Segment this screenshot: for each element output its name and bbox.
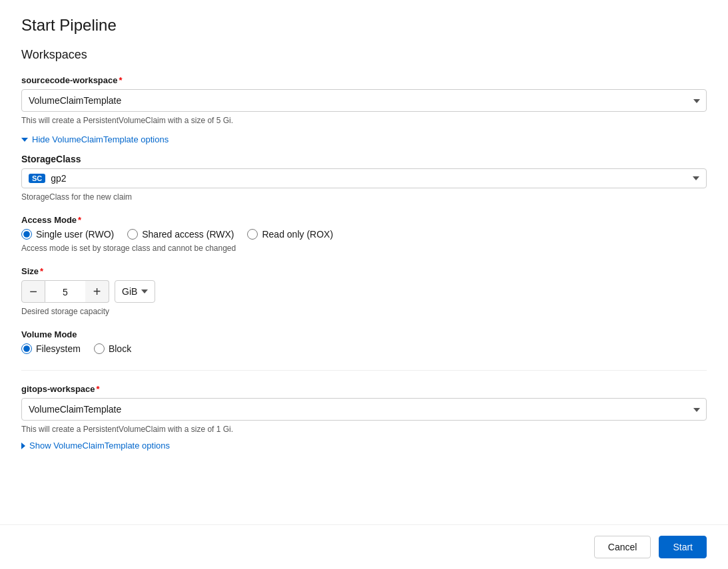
- chevron-down-blue-icon: [21, 138, 28, 142]
- storage-class-label: StorageClass: [21, 154, 707, 164]
- access-mode-rwo-option[interactable]: Single user (RWO): [21, 229, 114, 240]
- access-mode-rwo-radio[interactable]: [21, 229, 32, 240]
- page-title: Start Pipeline: [21, 16, 707, 35]
- gitops-required-indicator: *: [97, 384, 100, 394]
- divider: [21, 370, 707, 371]
- access-mode-rwx-option[interactable]: Shared access (RWX): [127, 229, 234, 240]
- size-unit-select[interactable]: GiB: [115, 280, 155, 303]
- access-mode-rox-option[interactable]: Read only (ROX): [247, 229, 333, 240]
- sourcecode-workspace-section: sourcecode-workspace* VolumeClaimTemplat…: [21, 75, 707, 354]
- gitops-workspace-select-wrapper: VolumeClaimTemplate: [21, 398, 707, 421]
- access-mode-rwx-label: Shared access (RWX): [142, 229, 234, 240]
- start-button[interactable]: Start: [659, 536, 707, 558]
- sourcecode-workspace-select-wrapper: VolumeClaimTemplate: [21, 89, 707, 112]
- sourcecode-workspace-label: sourcecode-workspace*: [21, 75, 707, 85]
- volume-mode-block-option[interactable]: Block: [94, 343, 131, 354]
- show-volumeclaimtemplate-options-link[interactable]: Show VolumeClaimTemplate options: [21, 441, 707, 451]
- access-mode-rox-radio[interactable]: [247, 229, 258, 240]
- size-required: *: [40, 266, 43, 276]
- size-increment-button[interactable]: +: [85, 280, 109, 303]
- gitops-workspace-select[interactable]: VolumeClaimTemplate: [21, 398, 707, 421]
- storage-class-hint: StorageClass for the new claim: [21, 192, 707, 202]
- sc-badge: SC: [29, 174, 45, 183]
- volume-mode-label: Volume Mode: [21, 329, 707, 339]
- size-controls: − 5 + GiB: [21, 280, 707, 303]
- access-mode-section: Access Mode* Single user (RWO) Shared ac…: [21, 215, 707, 253]
- size-unit-value: GiB: [122, 286, 137, 297]
- storage-class-select-wrapper: SC gp2: [21, 168, 707, 188]
- volume-mode-filesystem-radio[interactable]: [21, 343, 32, 354]
- cancel-button[interactable]: Cancel: [594, 536, 651, 558]
- required-indicator: *: [119, 75, 123, 85]
- gitops-workspace-hint: This will create a PersistentVolumeClaim…: [21, 425, 707, 434]
- storage-class-section: StorageClass SC gp2 StorageClass for the…: [21, 154, 707, 202]
- volume-mode-filesystem-label: Filesystem: [36, 343, 81, 354]
- hide-volumeclaimtemplate-options-link[interactable]: Hide VolumeClaimTemplate options: [21, 134, 707, 144]
- access-mode-hint: Access mode is set by storage class and …: [21, 244, 707, 253]
- gitops-workspace-section: gitops-workspace* VolumeClaimTemplate Th…: [21, 384, 707, 451]
- workspaces-heading: Workspaces: [21, 48, 707, 62]
- storage-class-value: gp2: [51, 173, 66, 184]
- gitops-workspace-label: gitops-workspace*: [21, 384, 707, 394]
- access-mode-rwo-label: Single user (RWO): [36, 229, 114, 240]
- access-mode-rox-label: Read only (ROX): [262, 229, 333, 240]
- access-mode-label: Access Mode*: [21, 215, 707, 225]
- bottom-bar: Cancel Start: [0, 524, 728, 569]
- access-mode-rwx-radio[interactable]: [127, 229, 138, 240]
- sourcecode-workspace-hint: This will create a PersistentVolumeClaim…: [21, 116, 707, 125]
- access-mode-required: *: [78, 215, 81, 225]
- storage-class-select[interactable]: SC gp2: [21, 168, 707, 188]
- size-value-display: 5: [45, 280, 85, 303]
- volume-mode-block-radio[interactable]: [94, 343, 105, 354]
- size-label: Size*: [21, 266, 707, 276]
- volume-mode-section: Volume Mode Filesystem Block: [21, 329, 707, 354]
- storage-class-chevron-icon: [693, 176, 699, 180]
- size-hint: Desired storage capacity: [21, 307, 707, 316]
- size-decrement-button[interactable]: −: [21, 280, 45, 303]
- sourcecode-workspace-select[interactable]: VolumeClaimTemplate: [21, 89, 707, 112]
- volume-mode-radio-group: Filesystem Block: [21, 343, 707, 354]
- size-unit-chevron-icon: [141, 289, 148, 293]
- volume-mode-filesystem-option[interactable]: Filesystem: [21, 343, 81, 354]
- size-section: Size* − 5 + GiB Desired storage capacity: [21, 266, 707, 316]
- chevron-right-icon: [21, 443, 25, 449]
- access-mode-radio-group: Single user (RWO) Shared access (RWX) Re…: [21, 229, 707, 240]
- volume-mode-block-label: Block: [109, 343, 131, 354]
